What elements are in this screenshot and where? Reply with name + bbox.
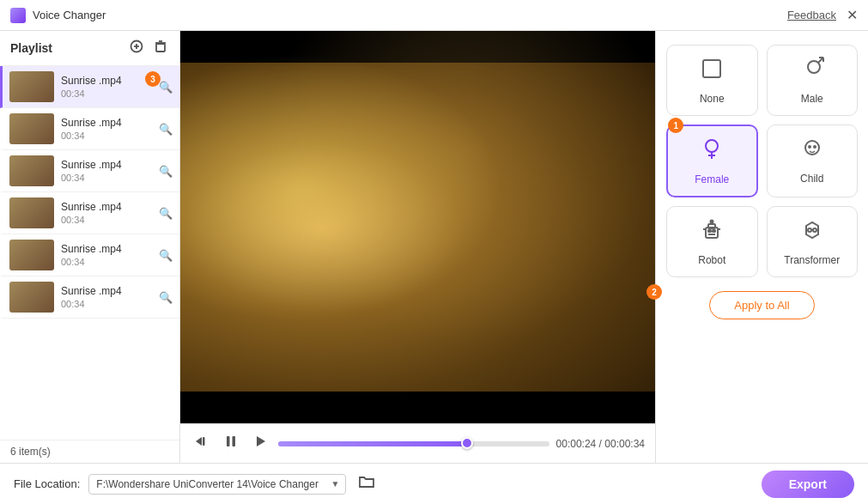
playlist-footer: 6 item(s): [0, 440, 179, 463]
svg-rect-11: [703, 60, 720, 77]
center-panel: 00:00:24 / 00:00:34: [180, 31, 655, 463]
playlist-info: Sunrise .mp4 00:34: [61, 117, 155, 141]
voice-card-robot[interactable]: Robot: [666, 206, 758, 277]
playlist-duration: 00:34: [61, 215, 155, 225]
video-controls: 00:00:24 / 00:00:34: [180, 423, 655, 463]
file-path-select[interactable]: F:\Wondershare UniConverter 14\Voice Cha…: [88, 474, 346, 495]
robot-icon: [699, 217, 725, 249]
playlist-thumbnail: [9, 71, 54, 102]
playlist-thumbnail: [9, 155, 54, 186]
playlist-duration: 00:34: [61, 299, 155, 309]
playlist-item[interactable]: 3 Sunrise .mp4 00:34 🔍: [0, 66, 179, 108]
transformer-label: Transformer: [784, 254, 840, 266]
search-icon[interactable]: 🔍: [159, 123, 173, 136]
playlist-name: Sunrise .mp4: [61, 201, 155, 213]
svg-marker-10: [257, 436, 265, 446]
title-bar-left: Voice Changer: [10, 8, 106, 23]
file-location-label: File Location:: [14, 477, 80, 490]
svg-point-25: [711, 221, 713, 223]
playlist-duration: 00:34: [61, 131, 155, 141]
playlist-title: Playlist: [10, 41, 52, 55]
playlist-header: Playlist: [0, 31, 179, 66]
svg-rect-27: [713, 230, 715, 232]
progress-fill: [278, 441, 468, 446]
playlist-duration: 00:34: [61, 88, 155, 99]
playlist-duration: 00:34: [61, 257, 155, 267]
bottom-bar: File Location: F:\Wondershare UniConvert…: [0, 463, 868, 504]
voice-card-none[interactable]: None: [666, 45, 758, 116]
search-icon[interactable]: 🔍: [159, 249, 173, 262]
browse-folder-button[interactable]: [355, 471, 379, 496]
svg-point-21: [814, 146, 816, 148]
right-panel: None Male 1: [655, 31, 868, 463]
skip-back-button[interactable]: [191, 432, 213, 455]
playlist-name: Sunrise .mp4: [61, 75, 155, 87]
transformer-icon: [799, 217, 825, 249]
female-label: Female: [695, 173, 729, 185]
playlist-info: Sunrise .mp4 00:34: [61, 75, 155, 99]
main-content: Playlist: [0, 31, 868, 463]
playlist-info: Sunrise .mp4 00:34: [61, 201, 155, 225]
search-icon[interactable]: 🔍: [159, 291, 173, 304]
apply-to-all-button[interactable]: Apply to All: [709, 291, 814, 319]
video-area: [180, 31, 655, 423]
search-icon[interactable]: 🔍: [159, 165, 173, 178]
svg-rect-8: [227, 436, 230, 446]
export-button[interactable]: Export: [762, 471, 854, 498]
delete-item-button[interactable]: [152, 38, 169, 58]
svg-marker-6: [196, 437, 202, 446]
svg-rect-9: [233, 436, 236, 446]
playlist-item[interactable]: Sunrise .mp4 00:34 🔍: [0, 276, 179, 319]
svg-rect-23: [708, 224, 715, 228]
add-item-button[interactable]: [128, 38, 145, 58]
badge-3: 3: [145, 71, 161, 87]
none-icon: [699, 56, 725, 88]
svg-point-12: [808, 61, 820, 73]
male-label: Male: [801, 93, 823, 105]
child-label: Child: [800, 173, 823, 185]
file-path-wrapper: F:\Wondershare UniConverter 14\Voice Cha…: [88, 474, 346, 495]
playlist-item[interactable]: Sunrise .mp4 00:34 🔍: [0, 150, 179, 192]
search-icon[interactable]: 🔍: [159, 81, 173, 94]
playlist-name: Sunrise .mp4: [61, 159, 155, 171]
play-button[interactable]: [249, 432, 271, 455]
svg-rect-7: [203, 437, 205, 446]
voice-card-transformer[interactable]: Transformer: [767, 206, 859, 277]
title-bar-right: Feedback ✕: [787, 9, 858, 22]
voice-card-female[interactable]: 1 Female: [666, 124, 758, 197]
feedback-link[interactable]: Feedback: [787, 9, 836, 21]
playlist-item[interactable]: Sunrise .mp4 00:34 🔍: [0, 192, 179, 234]
voice-card-male[interactable]: Male: [767, 45, 859, 116]
app-icon: [10, 8, 26, 23]
total-time: 00:00:34: [604, 438, 645, 450]
pause-button[interactable]: [220, 432, 242, 455]
video-background: [180, 31, 655, 423]
close-button[interactable]: ✕: [847, 9, 858, 22]
app-title: Voice Changer: [33, 9, 106, 21]
progress-bar[interactable]: [278, 441, 549, 446]
playlist-item[interactable]: Sunrise .mp4 00:34 🔍: [0, 234, 179, 276]
progress-thumb: [461, 437, 473, 449]
playlist-name: Sunrise .mp4: [61, 117, 155, 129]
playlist-items: 3 Sunrise .mp4 00:34 🔍 Sunrise .mp4 00:3…: [0, 66, 179, 440]
search-icon[interactable]: 🔍: [159, 207, 173, 220]
svg-point-32: [813, 228, 816, 232]
playlist-item[interactable]: Sunrise .mp4 00:34 🔍: [0, 108, 179, 150]
playlist-thumbnail: [9, 197, 54, 228]
playlist-info: Sunrise .mp4 00:34: [61, 159, 155, 183]
voice-card-child[interactable]: Child: [767, 124, 859, 197]
svg-rect-26: [708, 230, 711, 232]
svg-point-20: [809, 146, 810, 148]
svg-point-16: [706, 140, 718, 152]
playlist-duration: 00:34: [61, 173, 155, 183]
item-count: 6 item(s): [10, 446, 51, 458]
male-icon: [799, 56, 825, 88]
apply-section: 2 Apply to All: [666, 291, 858, 319]
playlist-thumbnail: [9, 282, 54, 313]
apply-badge-2: 2: [646, 284, 662, 300]
child-icon: [799, 136, 825, 167]
title-bar: Voice Changer Feedback ✕: [0, 0, 868, 31]
playlist-name: Sunrise .mp4: [61, 243, 155, 255]
voice-grid: None Male 1: [666, 45, 858, 277]
playlist-thumbnail: [9, 240, 54, 270]
